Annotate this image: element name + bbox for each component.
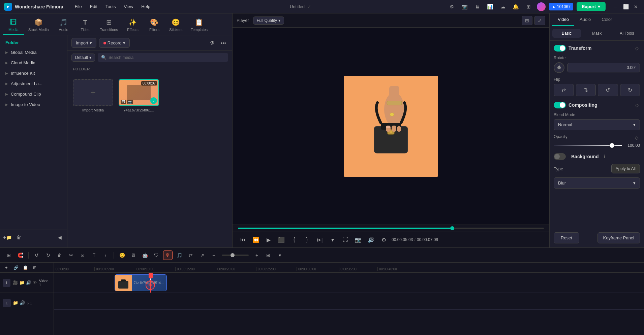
flip-rotate-right-button[interactable]: ↻ (620, 84, 640, 96)
background-toggle[interactable] (554, 153, 566, 160)
delete-button[interactable]: 🗑 (55, 250, 64, 260)
progress-thumb[interactable] (450, 226, 454, 230)
media-video-item[interactable]: 00:00:07 🎞 📷 ✓ 74a1b73c26f861... (119, 79, 159, 242)
tab-transitions[interactable]: ⊞ Transitions (96, 15, 122, 35)
toolbar-icon-3[interactable]: 🖥 (473, 2, 482, 11)
import-placeholder[interactable]: + (73, 79, 113, 106)
info-icon[interactable]: ℹ (604, 154, 605, 159)
step-back-button[interactable]: ⏮ (238, 235, 248, 245)
tab-audio[interactable]: Audio (574, 13, 596, 26)
menu-view[interactable]: View (120, 3, 136, 10)
eye-icon[interactable]: 👁 (33, 280, 37, 285)
copy-track-button[interactable]: 📋 (22, 264, 29, 271)
nest-button[interactable]: ⊞ (31, 264, 38, 271)
blend-mode-select[interactable]: Normal ▾ (554, 119, 640, 130)
ai-button[interactable]: 🤖 (140, 250, 150, 260)
tab-templates[interactable]: 📋 Templates (187, 15, 212, 35)
toolbar-icon-1[interactable]: ⚙ (447, 2, 457, 11)
nav-dropdown-button[interactable]: ▾ (328, 235, 338, 245)
swap-button[interactable]: ⇄ (186, 250, 195, 260)
subtab-mask[interactable]: Mask (582, 29, 611, 38)
transform-toggle[interactable] (554, 45, 566, 52)
music-button[interactable]: 🎵 (175, 250, 184, 260)
reset-button[interactable]: Reset (554, 232, 579, 243)
user-avatar[interactable] (537, 2, 546, 11)
tab-filters[interactable]: 🎨 Filters (144, 15, 165, 35)
sort-select[interactable]: Default ▾ (71, 54, 95, 62)
zoom-slider[interactable] (222, 255, 249, 256)
transform-keyframe-icon[interactable]: ◇ (633, 45, 640, 52)
add-track-button[interactable]: ⊞ (4, 250, 13, 260)
tab-stickers[interactable]: 😊 Stickers (165, 15, 187, 35)
volume-button[interactable]: 🔊 (366, 235, 376, 245)
clip-nav-button[interactable]: ⊳| (315, 235, 325, 245)
mark-in-button[interactable]: { (289, 235, 299, 245)
subtab-ai-tools[interactable]: AI Tools (613, 29, 641, 38)
snapshot-button[interactable]: 📷 (353, 235, 363, 245)
volume-icon[interactable]: 🔊 (26, 280, 31, 285)
plus-zoom-button[interactable]: + (252, 250, 262, 260)
toolbar-icon-4[interactable]: 📊 (486, 2, 495, 11)
collapse-button[interactable]: ◀ (55, 233, 64, 242)
apply-all-button[interactable]: Apply to All (611, 164, 640, 173)
emoji-button[interactable]: 😊 (117, 250, 127, 260)
flip-horizontal-button[interactable]: ⇄ (554, 84, 574, 96)
sidebar-item-adjustment-layer[interactable]: ▶ Adjustment La... (0, 78, 67, 89)
magnet-button[interactable]: 🧲 (16, 250, 25, 260)
sidebar-item-global-media[interactable]: ▶ Global Media (0, 47, 67, 58)
record-button[interactable]: Record ▾ (99, 38, 130, 48)
sidebar-item-cloud-media[interactable]: ▶ Cloud Media (0, 58, 67, 68)
toolbar-icon-7[interactable]: ⊞ (524, 2, 533, 11)
quality-select[interactable]: Full Quality ▾ (253, 16, 284, 25)
play-button[interactable]: ▶ (264, 235, 274, 245)
toolbar-icon-6[interactable]: 🔔 (511, 2, 521, 11)
settings-button[interactable]: ⚙ (379, 235, 389, 245)
minus-zoom-button[interactable]: − (209, 250, 218, 260)
add-folder-button[interactable]: +📁 (3, 233, 12, 242)
layout-button[interactable]: ⊞ (264, 250, 273, 260)
keyframe-panel-button[interactable]: Keyframe Panel (597, 232, 640, 243)
mic-button[interactable]: 🎙 (163, 250, 173, 260)
shield-button[interactable]: 🛡 (152, 250, 161, 260)
toolbar-icon-5[interactable]: ☁ (498, 2, 508, 11)
folder-icon[interactable]: 📁 (19, 280, 25, 285)
filter-icon[interactable]: ⚗ (207, 38, 217, 48)
sidebar-item-influence-kit[interactable]: ▶ Influence Kit (0, 68, 67, 78)
undo-button[interactable]: ↺ (32, 250, 41, 260)
redo-button[interactable]: ↻ (43, 250, 53, 260)
layout-dropdown-button[interactable]: ▾ (275, 250, 284, 260)
cut-button[interactable]: ✂ (66, 250, 76, 260)
flip-vertical-button[interactable]: ⇅ (576, 84, 596, 96)
zoom-thumb[interactable] (231, 253, 235, 257)
tab-stock-media[interactable]: 📦 Stock Media (24, 15, 53, 35)
tab-titles[interactable]: T Titles (74, 16, 96, 35)
rotate-dial[interactable] (554, 62, 564, 73)
compositing-keyframe-icon[interactable]: ◇ (633, 102, 640, 108)
tab-color[interactable]: Color (596, 13, 617, 26)
tab-media[interactable]: 🎞 Media (3, 16, 24, 35)
grid-view-button[interactable]: ⊞ (522, 16, 532, 25)
expand-view-button[interactable]: ⤢ (534, 16, 545, 25)
search-input[interactable] (109, 55, 225, 60)
more-tools-button[interactable]: › (101, 250, 110, 260)
delete-button[interactable]: 🗑 (14, 233, 24, 242)
upgrade-button[interactable]: ▲ 101067 (549, 3, 573, 10)
rotate-input[interactable] (567, 63, 640, 72)
opacity-keyframe-icon[interactable]: ◇ (633, 134, 640, 141)
export-button[interactable]: Export ▾ (577, 2, 606, 11)
import-button[interactable]: Import ▾ (71, 38, 96, 48)
stop-button[interactable]: ⬛ (276, 235, 286, 245)
subtab-basic[interactable]: Basic (552, 29, 581, 38)
add-video-track-button[interactable]: + (3, 264, 10, 271)
toolbar-icon-2[interactable]: 📷 (460, 2, 469, 11)
text-button[interactable]: T (89, 250, 99, 260)
flip-rotate-left-button[interactable]: ↺ (598, 84, 618, 96)
progress-track[interactable] (238, 228, 544, 229)
crop-button[interactable]: ⊡ (78, 250, 87, 260)
audio-folder-icon[interactable]: 📁 (13, 300, 18, 305)
maximize-button[interactable]: ⬜ (622, 3, 630, 11)
minimize-button[interactable]: ─ (612, 3, 620, 11)
sidebar-item-compound-clip[interactable]: ▶ Compound Clip (0, 89, 67, 99)
tab-video[interactable]: Video (552, 13, 574, 26)
import-media-item[interactable]: + Import Media (73, 79, 113, 242)
